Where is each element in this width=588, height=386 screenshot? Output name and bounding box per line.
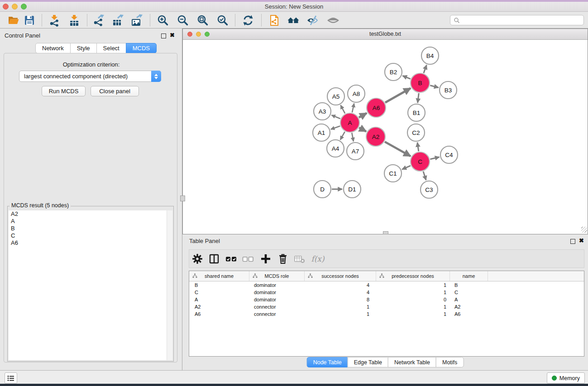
mcds-result-item[interactable]: A2: [9, 210, 172, 218]
graph-edge-A2-C[interactable]: [385, 142, 411, 156]
import-network-icon[interactable]: [48, 14, 61, 27]
zoom-selected-icon[interactable]: [216, 14, 229, 27]
table-cell[interactable]: 4: [305, 282, 376, 288]
table-cell[interactable]: C: [189, 290, 249, 295]
graph-edge-A-A7[interactable]: [352, 133, 354, 142]
new-network-from-selection-icon[interactable]: [268, 14, 281, 27]
graph-edge-C-C2[interactable]: [417, 143, 419, 151]
table-cell[interactable]: dominator: [249, 282, 305, 288]
select-all-checks-icon[interactable]: [225, 252, 238, 266]
graph-edge-A-A6[interactable]: [359, 113, 367, 118]
add-row-icon[interactable]: [259, 252, 272, 266]
list-scrollbar[interactable]: [167, 210, 172, 360]
graph-node-A1[interactable]: A1: [313, 124, 330, 141]
graph-edge-A-A8[interactable]: [352, 103, 354, 112]
column-header-successor-nodes[interactable]: successor nodes: [305, 271, 376, 281]
table-cell[interactable]: 0: [376, 297, 450, 302]
table-cell[interactable]: A6: [189, 311, 249, 317]
graph-edge-C-C3[interactable]: [423, 172, 426, 180]
close-panel-icon[interactable]: ✖: [170, 32, 175, 38]
table-row[interactable]: A2connector11A2: [189, 303, 584, 310]
table-cell[interactable]: 1: [305, 311, 376, 317]
table-cell[interactable]: A6: [450, 311, 488, 317]
table-cell[interactable]: 1: [305, 304, 376, 310]
table-cell[interactable]: 1: [376, 304, 450, 310]
open-session-icon[interactable]: [7, 14, 20, 27]
mcds-result-item[interactable]: A6: [9, 239, 172, 247]
tab-edge-table[interactable]: Edge Table: [348, 357, 388, 367]
close-panel-icon[interactable]: ✖: [579, 237, 584, 244]
table-row[interactable]: Bdominator41B: [189, 281, 584, 289]
table-cell[interactable]: 1: [376, 282, 450, 288]
graph-edge-A-A5[interactable]: [340, 105, 345, 113]
graph-node-A7[interactable]: A7: [347, 143, 364, 160]
table-cell[interactable]: dominator: [249, 290, 305, 295]
gear-icon[interactable]: [191, 252, 204, 266]
tab-mcds[interactable]: MCDS: [126, 43, 157, 53]
graph-node-A5[interactable]: A5: [327, 88, 344, 105]
graph-edge-B-B1[interactable]: [418, 93, 419, 103]
mcds-result-item[interactable]: B: [9, 225, 172, 232]
first-neighbors-icon[interactable]: [287, 14, 300, 27]
graph-node-B3[interactable]: B3: [440, 81, 457, 99]
show-all-icon[interactable]: [326, 14, 340, 27]
table-row[interactable]: Adominator80A: [189, 296, 584, 303]
graph-edge-B-B3[interactable]: [430, 86, 438, 88]
tab-motifs[interactable]: Motifs: [436, 357, 464, 367]
graph-edge-C-C1[interactable]: [402, 166, 411, 169]
table-cell[interactable]: A2: [189, 304, 249, 310]
column-header-shared-name[interactable]: shared name: [189, 271, 249, 281]
resize-grip-icon[interactable]: [581, 227, 587, 233]
column-editor-icon[interactable]: [207, 252, 221, 266]
graph-node-A2[interactable]: A2: [366, 127, 385, 146]
table-cell[interactable]: 4: [305, 290, 376, 295]
graph-node-B2[interactable]: B2: [385, 63, 402, 81]
table-cell[interactable]: 8: [305, 297, 376, 302]
network-canvas[interactable]: B4B2BB3A5A8A6A3B1AC2A1A2A4A7C4CC1DD1C3: [183, 40, 588, 234]
graph-node-C4[interactable]: C4: [440, 146, 458, 163]
zoom-fit-icon[interactable]: [196, 14, 210, 27]
graph-edge-A-A4[interactable]: [340, 132, 345, 140]
tab-network[interactable]: Network: [35, 43, 71, 53]
graph-edge-A-A2[interactable]: [359, 128, 366, 132]
graph-node-B1[interactable]: B1: [408, 104, 425, 121]
tab-style[interactable]: Style: [70, 43, 97, 53]
memory-button[interactable]: Memory: [547, 372, 585, 384]
export-table-icon[interactable]: [111, 14, 124, 27]
tab-node-table[interactable]: Node Table: [307, 357, 348, 367]
table-cell[interactable]: A: [189, 297, 249, 302]
table-row[interactable]: A6connector11A6: [189, 310, 584, 318]
delete-row-icon[interactable]: [276, 252, 290, 266]
tab-network-table[interactable]: Network Table: [388, 357, 436, 367]
graph-node-A4[interactable]: A4: [327, 140, 344, 157]
graph-edge-B-B4[interactable]: [424, 65, 427, 73]
table-cell[interactable]: A2: [450, 304, 488, 310]
mcds-result-item[interactable]: C: [9, 232, 172, 239]
refresh-icon[interactable]: [241, 14, 255, 27]
graph-edge-A-A3[interactable]: [331, 115, 340, 119]
graph-edge-C-C4[interactable]: [430, 157, 439, 159]
graph-node-D[interactable]: D: [314, 181, 331, 198]
task-history-button[interactable]: [5, 372, 17, 384]
table-cell[interactable]: B: [189, 282, 249, 288]
zoom-out-icon[interactable]: [176, 14, 190, 27]
float-panel-icon[interactable]: [570, 239, 575, 244]
table-cell[interactable]: 1: [376, 290, 450, 295]
graph-node-C2[interactable]: C2: [407, 124, 425, 141]
mcds-result-item[interactable]: A: [9, 218, 172, 225]
network-window-titlebar[interactable]: testGlobe.txt: [183, 29, 588, 40]
graph-edge-A-A1[interactable]: [331, 126, 340, 129]
tab-select[interactable]: Select: [96, 43, 126, 53]
table-cell[interactable]: A: [450, 297, 488, 302]
graph-edge-B-B2[interactable]: [402, 76, 410, 79]
vertical-scroll-thumb[interactable]: [180, 195, 185, 201]
export-image-icon[interactable]: [130, 14, 143, 27]
import-table-icon[interactable]: [67, 14, 81, 27]
deselect-all-checks-icon[interactable]: [241, 252, 255, 266]
graph-node-B4[interactable]: B4: [421, 47, 439, 64]
graph-node-D1[interactable]: D1: [344, 181, 361, 198]
table-cell[interactable]: connector: [249, 311, 305, 317]
graph-edge-A6-B[interactable]: [385, 88, 411, 103]
column-header-mcds-role[interactable]: MCDS role: [249, 271, 305, 281]
table-cell[interactable]: dominator: [249, 297, 305, 302]
